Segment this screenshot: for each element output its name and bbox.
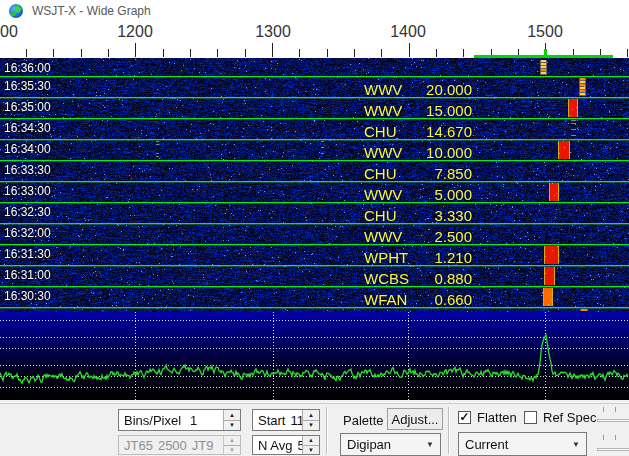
scale-tick (190, 49, 191, 57)
checkmark-icon: ✓ (459, 411, 469, 423)
spin-up-icon[interactable]: ▲ (303, 410, 319, 420)
n-avg-label: N Avg (258, 438, 292, 453)
rx-freq-marker (544, 49, 547, 58)
split-right-label: JT9 (192, 438, 214, 453)
gain-slider-ticks (603, 407, 616, 412)
scale-tick (381, 49, 382, 57)
ref-spec-checkbox[interactable]: Ref Spec (524, 410, 596, 425)
freq-label: 1300 (255, 23, 291, 41)
zero-slider[interactable] (597, 448, 629, 451)
titlebar[interactable]: WSJT-X - Wide Graph (0, 0, 629, 22)
start-hz-text: Start 1100 Hz (253, 410, 302, 430)
flatten-label: Flatten (477, 410, 517, 425)
split-left-label: JT65 (124, 438, 153, 453)
spinner-buttons[interactable]: ▲▼ (302, 436, 319, 454)
flatten-checkbox-box[interactable]: ✓ (458, 411, 471, 424)
spec-select-value: Current (465, 437, 508, 452)
scale-tick (217, 49, 218, 57)
split-value: 2500 (158, 438, 187, 453)
freq-label: 1400 (390, 23, 426, 41)
spin-down-icon: ▼ (224, 445, 240, 455)
scale-tick (409, 43, 410, 57)
palette-select[interactable]: Digipan ▼ (340, 433, 441, 456)
freq-label: 1500 (527, 23, 563, 41)
bins-per-pixel-text: Bins/Pixel 1 (119, 410, 223, 430)
scale-tick (26, 49, 27, 57)
dropdown-arrow-icon: ▼ (572, 440, 580, 449)
flatten-checkbox[interactable]: ✓ Flatten (458, 410, 517, 425)
spinner-buttons: ▲▼ (223, 436, 240, 454)
spin-up-icon[interactable]: ▲ (224, 410, 240, 420)
jt65-jt9-split-text: JT65 2500 JT9 (119, 436, 223, 454)
ref-spec-label: Ref Spec (543, 410, 596, 425)
scale-tick (272, 43, 273, 57)
scale-tick (245, 49, 246, 57)
scale-tick (299, 49, 300, 57)
n-avg-text: N Avg 5 (253, 436, 302, 454)
scale-tick (436, 49, 437, 57)
scale-tick (463, 49, 464, 57)
gain-slider[interactable] (597, 419, 629, 422)
jt65-jt9-split-spinner: JT65 2500 JT9 ▲▼ (118, 435, 241, 455)
start-label: Start (258, 413, 285, 428)
adjust-button[interactable]: Adjust... (387, 408, 443, 430)
spinner-buttons[interactable]: ▲▼ (223, 410, 240, 430)
scale-tick (163, 49, 164, 57)
spin-up-icon[interactable]: ▲ (303, 436, 319, 445)
spin-up-icon: ▲ (224, 436, 240, 445)
scale-tick (108, 49, 109, 57)
freq-label: 00 (0, 23, 18, 41)
scale-tick (53, 49, 54, 57)
group-divider (448, 407, 450, 454)
palette-label: Palette (343, 413, 383, 428)
scale-tick (135, 43, 136, 57)
bins-per-pixel-spinner[interactable]: Bins/Pixel 1 ▲▼ (118, 409, 241, 431)
control-panel: Bins/Pixel 1 ▲▼ Start 1100 Hz ▲▼ JT65 25… (0, 403, 629, 456)
scale-tick (81, 49, 82, 57)
n-avg-spinner[interactable]: N Avg 5 ▲▼ (252, 435, 320, 455)
palette-select-value: Digipan (347, 437, 391, 452)
wsjtx-app-icon (9, 4, 23, 18)
waterfall-display[interactable] (0, 58, 629, 312)
bins-per-pixel-label: Bins/Pixel (124, 413, 181, 428)
frequency-scale: 001200130014001500 (0, 22, 629, 58)
ref-spec-checkbox-box[interactable] (524, 411, 537, 424)
spin-down-icon[interactable]: ▼ (303, 420, 319, 431)
spinner-buttons[interactable]: ▲▼ (302, 410, 319, 430)
dropdown-arrow-icon: ▼ (426, 440, 434, 449)
scale-tick (327, 49, 328, 57)
spectrum-display[interactable] (0, 312, 629, 400)
bins-per-pixel-value: 1 (190, 413, 197, 428)
spin-down-icon[interactable]: ▼ (224, 420, 240, 431)
wide-graph-window: WSJT-X - Wide Graph 001200130014001500 1… (0, 0, 629, 456)
group-divider (326, 407, 328, 454)
window-title: WSJT-X - Wide Graph (32, 4, 151, 18)
scale-tick (627, 49, 628, 57)
start-hz-spinner[interactable]: Start 1100 Hz ▲▼ (252, 409, 320, 431)
scale-tick (354, 49, 355, 57)
spec-select[interactable]: Current ▼ (458, 432, 587, 456)
zero-slider-ticks (603, 435, 616, 440)
waterfall: 16:36:0016:35:3016:35:0016:34:3016:34:00… (0, 58, 629, 312)
spin-down-icon[interactable]: ▼ (303, 445, 319, 455)
freq-label: 1200 (117, 23, 153, 41)
start-value: 1100 (290, 413, 302, 428)
